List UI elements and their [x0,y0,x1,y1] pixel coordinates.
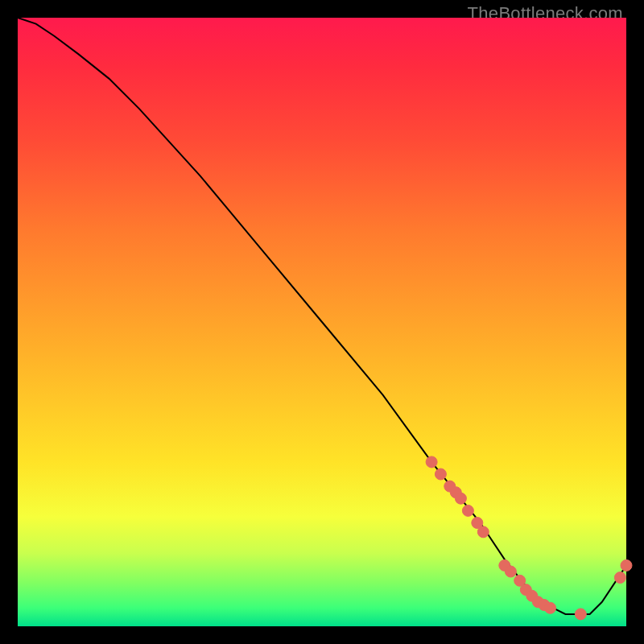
data-point [426,456,437,468]
chart-stage: TheBottleneck.com [0,0,644,644]
data-point [545,602,556,613]
data-point [477,526,489,538]
data-point [614,572,625,584]
data-point [575,609,586,620]
data-point [462,505,473,516]
bottleneck-curve [18,18,626,614]
data-point [621,559,632,571]
data-point [505,566,516,577]
data-point [455,493,466,504]
chart-svg [18,18,626,626]
data-points-group [426,456,632,620]
data-point [435,469,446,480]
plot-area [18,18,626,626]
